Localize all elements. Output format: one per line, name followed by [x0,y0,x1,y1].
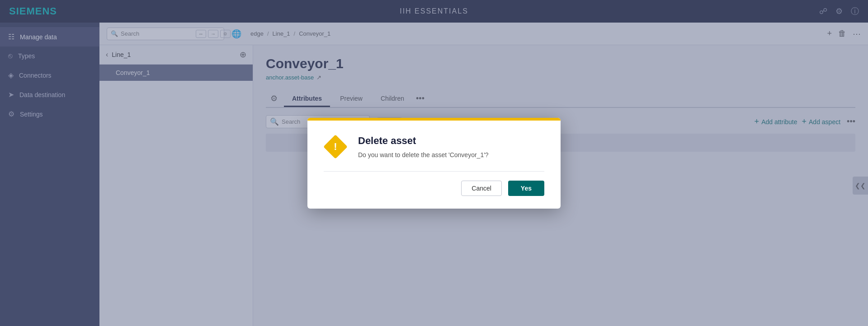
modal-text: Delete asset Do you want to delete the a… [358,135,489,158]
modal-dialog: ! Delete asset Do you want to delete the… [307,118,561,209]
modal-message: Do you want to delete the asset 'Conveyo… [358,151,489,158]
modal-content: ! Delete asset Do you want to delete the… [324,135,544,158]
warning-icon: ! [324,135,347,158]
modal-divider [324,171,544,172]
modal-overlay: ! Delete asset Do you want to delete the… [0,0,868,326]
modal-body: ! Delete asset Do you want to delete the… [307,121,561,209]
modal-title: Delete asset [358,135,489,147]
yes-button[interactable]: Yes [508,181,544,196]
cancel-button[interactable]: Cancel [461,181,502,196]
modal-actions: Cancel Yes [324,181,544,196]
